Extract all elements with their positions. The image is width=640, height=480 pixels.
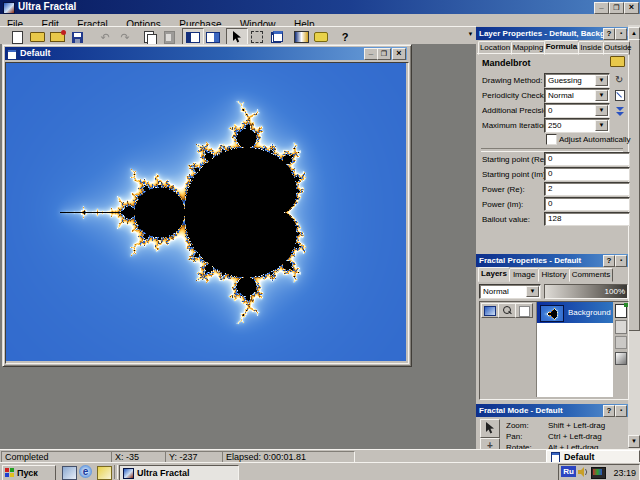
system-tray: Ru 23:19 <box>558 464 640 480</box>
layer-row-background[interactable]: Background <box>537 302 613 323</box>
fractal-mode-title-bar[interactable]: Fractal Mode - Default ? ▪ <box>476 404 628 417</box>
fractal-mode-body: + Zoom: Shift + Left-drag Pan: Ctrl + Le… <box>476 417 628 449</box>
quick-launch-icon[interactable] <box>97 466 112 480</box>
browse-formula-icon[interactable] <box>610 56 625 67</box>
speaker-icon[interactable] <box>578 467 589 477</box>
chevron-down-icon[interactable]: ▼ <box>595 120 608 131</box>
opacity-value: 100% <box>605 287 625 296</box>
starting-point-im-input[interactable]: 0 <box>544 167 630 181</box>
task-label: Ultra Fractal <box>137 468 190 478</box>
panel-help-button[interactable]: ? <box>603 28 615 40</box>
magnifier-icon <box>502 306 512 315</box>
merge-mode-select[interactable]: Normal ▼ <box>479 284 541 299</box>
taskbar-divider <box>114 465 118 479</box>
copy-icon <box>144 31 154 43</box>
app-icon <box>3 2 15 14</box>
fractal-window-close-button[interactable]: × <box>392 48 406 60</box>
more-options-icon[interactable] <box>616 107 624 116</box>
fractal-properties-title-bar[interactable]: Fractal Properties - Default ? ▪ <box>476 254 628 267</box>
select-mode-icon <box>232 31 242 43</box>
document-task-label: Default <box>564 452 595 462</box>
formula-tab-page: Mandelbrot Drawing Method: Guessing ▼ ↻ … <box>477 53 628 253</box>
app-title-bar: Ultra Fractal _ ❐ × <box>0 0 640 14</box>
duplicate-layer-icon[interactable] <box>615 320 627 334</box>
tab-image[interactable]: Image <box>509 268 539 282</box>
panel-collapse-button[interactable]: ▪ <box>615 28 627 40</box>
arrange-windows-icon <box>271 32 283 42</box>
comment-icon <box>314 32 328 42</box>
fractal-properties-title: Fractal Properties - Default <box>479 256 581 265</box>
panel-collapse-button[interactable]: ▪ <box>615 405 627 417</box>
taskbar-task-ultra-fractal[interactable]: Ultra Fractal <box>119 465 239 480</box>
layer-thumbnail <box>540 305 564 322</box>
starting-point-im-label: Starting point (Im): <box>482 170 548 179</box>
edit-formula-icon[interactable] <box>615 90 625 101</box>
layer-properties-title-bar[interactable]: Layer Properties - Default, Background ?… <box>476 27 628 40</box>
internet-explorer-icon[interactable]: e <box>79 465 92 478</box>
toolbar: ↶ ↷ <box>0 26 476 45</box>
bailout-input[interactable]: 128 <box>544 212 630 226</box>
new-file-icon <box>12 31 23 44</box>
adjust-automatically-checkbox[interactable] <box>546 134 557 145</box>
layer-visible-button[interactable] <box>481 303 499 318</box>
periodicity-select[interactable]: Normal ▼ <box>544 88 610 103</box>
fractal-window-title-bar[interactable]: Default _ ❐ × <box>5 47 407 60</box>
layer-zoom-button[interactable] <box>498 303 516 318</box>
language-indicator[interactable]: Ru <box>561 466 576 477</box>
starting-point-re-label: Starting point (Re): <box>482 155 549 164</box>
pan-mode-button[interactable]: + <box>480 438 500 449</box>
ultra-fractal-icon <box>123 468 134 479</box>
fractal-canvas[interactable] <box>6 63 406 361</box>
opacity-slider[interactable]: 100% <box>544 284 628 299</box>
drawing-method-label: Drawing Method: <box>482 76 542 85</box>
max-iterations-combo[interactable]: 250 ▼ <box>544 118 610 133</box>
toolbar-overflow-button[interactable]: ▼ <box>466 29 475 39</box>
power-re-input[interactable]: 2 <box>544 182 630 196</box>
panel-collapse-button[interactable]: ▪ <box>615 255 627 267</box>
show-desktop-icon[interactable] <box>62 466 77 480</box>
reload-formula-icon[interactable]: ↻ <box>615 74 623 85</box>
help-icon: ? <box>342 31 349 43</box>
layer-transparency-button[interactable] <box>515 303 533 318</box>
undo-icon: ↶ <box>100 31 109 44</box>
layers-panel: Background <box>479 301 629 400</box>
layer-list: Background <box>536 302 613 397</box>
scroll-down-button[interactable]: ▼ <box>628 435 640 448</box>
panel-help-button[interactable]: ? <box>603 405 615 417</box>
shortcut-pan-action: Pan: <box>506 432 522 441</box>
power-im-input[interactable]: 0 <box>544 197 630 211</box>
browse-icon <box>50 32 65 42</box>
add-layer-icon[interactable] <box>615 304 627 318</box>
fractal-window-maximize-button[interactable]: ❐ <box>377 48 391 60</box>
close-button[interactable]: × <box>624 2 639 14</box>
dock-scrollbar[interactable]: ▲ ▼ <box>628 25 640 449</box>
tab-history[interactable]: History <box>538 268 570 282</box>
fractal-window-minimize-button[interactable]: _ <box>364 48 378 60</box>
panel-help-button[interactable]: ? <box>603 255 615 267</box>
minimize-button[interactable]: _ <box>594 2 609 14</box>
normal-mode-button[interactable] <box>480 419 500 438</box>
display-settings-icon[interactable] <box>591 467 606 479</box>
cursor-arrow-icon <box>485 422 495 434</box>
gradient-icon <box>294 31 309 43</box>
restore-button[interactable]: ❐ <box>609 2 624 14</box>
open-file-icon <box>30 32 45 42</box>
delete-layer-icon[interactable] <box>615 336 627 349</box>
drawing-method-select[interactable]: Guessing ▼ <box>544 73 610 88</box>
start-button[interactable]: Пуск <box>2 465 56 480</box>
power-re-label: Power (Re): <box>482 185 525 194</box>
chevron-down-icon[interactable]: ▼ <box>595 105 608 116</box>
starting-point-re-input[interactable]: 0 <box>544 152 630 166</box>
fractal-document-icon <box>7 49 17 60</box>
switch-mode-icon <box>251 31 263 43</box>
chevron-down-icon[interactable]: ▼ <box>526 286 539 297</box>
tab-layers[interactable]: Layers <box>478 267 510 282</box>
precision-select[interactable]: 0 ▼ <box>544 103 610 118</box>
layer-visible-icon <box>484 306 496 316</box>
windows-logo-icon <box>5 468 14 477</box>
merge-layer-icon[interactable] <box>615 352 627 365</box>
chevron-down-icon[interactable]: ▼ <box>595 75 608 86</box>
chevron-down-icon[interactable]: ▼ <box>595 90 608 101</box>
tab-comments[interactable]: Comments <box>569 268 613 282</box>
status-bar: Completed X: -35 Y: -237 Elapsed: 0:00:0… <box>0 449 640 463</box>
